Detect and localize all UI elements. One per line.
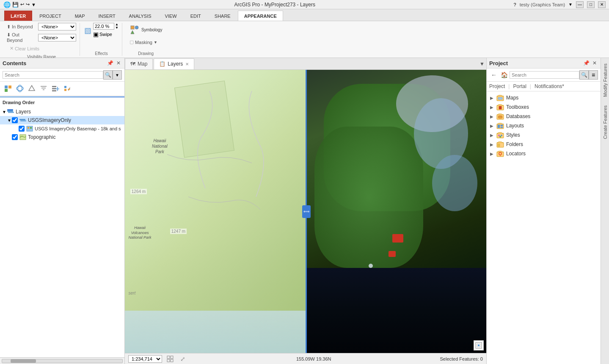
locators-expand-icon[interactable]: ▶ xyxy=(490,152,495,156)
effects-controls: ▧ ▲ ▼ ▣ Swipe xyxy=(84,23,118,38)
usgs-group-checkbox[interactable] xyxy=(12,117,18,123)
tab-layer[interactable]: LAYER xyxy=(4,11,32,21)
clear-limits-icon: ✕ xyxy=(10,46,14,51)
proj-item-folders[interactable]: ▶ Folders xyxy=(487,140,601,149)
map-overview-icon[interactable] xyxy=(474,340,484,350)
tab-map[interactable]: MAP xyxy=(69,11,91,21)
tab-project[interactable]: PROJECT xyxy=(33,11,67,21)
scroll-thumb[interactable] xyxy=(11,359,36,363)
list-by-source-btn[interactable] xyxy=(14,83,25,94)
toolboxes-expand-icon[interactable]: ▶ xyxy=(490,105,495,110)
map-tab-map[interactable]: 🗺 Map xyxy=(125,58,153,69)
usgs-group-expand[interactable]: ▼ xyxy=(7,117,12,124)
project-pin-btn[interactable]: 📌 xyxy=(583,60,590,66)
list-pencil-btn[interactable] xyxy=(62,83,73,94)
scroll-track[interactable] xyxy=(2,359,123,363)
map-tab-layers[interactable]: 📋 Layers ✕ xyxy=(154,58,194,69)
proj-item-layouts[interactable]: ▶ Layouts xyxy=(487,121,601,130)
project-close-btn[interactable]: ✕ xyxy=(591,60,598,66)
close-btn[interactable]: ✕ xyxy=(598,1,606,8)
proj-tab-project[interactable]: Project xyxy=(489,83,505,89)
tab-edit[interactable]: EDIT xyxy=(184,11,207,21)
tree-item-usgs-group[interactable]: ▼ USGSImageryOnly xyxy=(0,116,124,124)
tab-share[interactable]: SHARE xyxy=(208,11,237,21)
contents-pin-btn[interactable]: 📌 xyxy=(107,60,113,66)
opacity-input[interactable] xyxy=(93,23,114,30)
project-search-btn[interactable]: 🔍 xyxy=(579,70,589,80)
styles-expand-icon[interactable]: ▶ xyxy=(490,133,495,138)
side-tab-create-features[interactable]: Create Features xyxy=(601,102,609,143)
map-grid-btn[interactable] xyxy=(165,354,175,364)
maps-expand-icon[interactable]: ▶ xyxy=(490,96,495,100)
out-beyond-select[interactable]: <None> xyxy=(38,34,76,41)
tree-item-topographic[interactable]: Topographic xyxy=(0,133,124,141)
project-home-btn[interactable]: 🏠 xyxy=(499,70,509,80)
bottom-scroll[interactable] xyxy=(0,357,124,364)
map-arrows-btn[interactable]: ⤢ xyxy=(178,354,187,364)
masking-dropdown[interactable]: ▼ xyxy=(154,40,157,44)
swipe-divider[interactable]: ⟺ xyxy=(306,70,307,353)
usgs-sub-checkbox[interactable] xyxy=(19,126,25,132)
svg-rect-47 xyxy=(501,125,503,126)
proj-item-toolboxes[interactable]: ▶ Toolboxes xyxy=(487,102,601,112)
list-by-drawing-order-btn[interactable] xyxy=(3,83,14,94)
help-btn[interactable]: ? xyxy=(514,2,516,7)
maximize-btn[interactable]: □ xyxy=(587,1,595,8)
search-bar: 🔍 ▼ xyxy=(0,69,124,82)
locators-label: Locators xyxy=(506,151,526,157)
quick-access-redo[interactable]: ↪ xyxy=(26,2,30,7)
tab-appearance[interactable]: APPEARANCE xyxy=(238,11,283,21)
proj-item-maps[interactable]: ▶ Maps xyxy=(487,93,601,102)
opacity-down[interactable]: ▼ xyxy=(115,26,118,30)
project-back-btn[interactable]: ← xyxy=(489,70,499,80)
contents-search-btn[interactable]: 🔍 xyxy=(103,70,113,80)
folders-expand-icon[interactable]: ▶ xyxy=(490,142,495,147)
quick-access-undo[interactable]: ↩ xyxy=(20,2,24,7)
map-container[interactable]: HawaiiNationalPark HawaiiVolcanoesNation… xyxy=(125,70,486,353)
masking-btn[interactable]: ▢ Masking ▼ xyxy=(127,38,160,46)
databases-expand-icon[interactable]: ▶ xyxy=(490,114,495,119)
tree-item-layers[interactable]: ▼ Layers xyxy=(0,108,124,116)
clear-limits-btn[interactable]: ✕ Clear Limits xyxy=(7,44,42,52)
contents-search-input[interactable] xyxy=(3,71,103,79)
layouts-expand-icon[interactable]: ▶ xyxy=(490,124,495,128)
map-tab-layers-close[interactable]: ✕ xyxy=(185,62,189,66)
list-by-type-btn[interactable] xyxy=(26,83,37,94)
symbology-btn[interactable]: Symbology xyxy=(127,23,165,36)
proj-sep-1: | xyxy=(508,83,510,89)
list-plus-btn[interactable] xyxy=(50,83,61,94)
side-tab-modify-features[interactable]: Modify Features xyxy=(601,60,609,101)
proj-item-styles[interactable]: ▶ Styles xyxy=(487,130,601,140)
swipe-btn[interactable]: Swipe xyxy=(99,32,112,37)
folders-folder-icon xyxy=(496,141,504,148)
layers-expand[interactable]: ▼ xyxy=(2,108,7,115)
in-beyond-select[interactable]: <None> xyxy=(38,23,76,30)
user-dropdown[interactable]: ▼ xyxy=(568,2,573,7)
customize-btn[interactable]: ▼ xyxy=(31,2,36,7)
tree-item-usgs-sub[interactable]: USGS ImageryOnly Basemap - 18k and s xyxy=(0,124,124,133)
proj-tab-portal[interactable]: Portal xyxy=(513,83,526,89)
proj-tab-notifications[interactable]: Notifications* xyxy=(535,83,564,89)
tab-view[interactable]: VIEW xyxy=(159,11,183,21)
svg-rect-33 xyxy=(171,356,173,358)
percent-row: ▲ ▼ xyxy=(93,23,118,30)
project-panel: Project 📌 ✕ ← 🏠 🔍 ≡ Project | Portal | N… xyxy=(486,58,601,364)
tab-insert[interactable]: INSERT xyxy=(92,11,121,21)
list-filter-btn[interactable] xyxy=(38,83,49,94)
svg-rect-46 xyxy=(498,125,500,128)
contents-search-options[interactable]: ▼ xyxy=(113,70,122,80)
swipe-icon-area: ▧ xyxy=(84,26,91,35)
contents-close-btn[interactable]: ✕ xyxy=(115,60,122,66)
map-tab-dropdown[interactable]: ▼ xyxy=(479,61,486,67)
scale-select[interactable]: 1:234,714 xyxy=(128,355,162,363)
project-search-input[interactable] xyxy=(510,71,579,79)
tab-analysis[interactable]: ANALYSIS xyxy=(123,11,158,21)
proj-item-locators[interactable]: ▶ Locators xyxy=(487,149,601,158)
minimize-btn[interactable]: — xyxy=(576,1,584,8)
swipe-handle[interactable]: ⟺ xyxy=(302,205,311,218)
project-menu-btn[interactable]: ≡ xyxy=(589,70,598,80)
topo-checkbox[interactable] xyxy=(12,134,18,140)
quick-access-save[interactable]: 💾 xyxy=(12,2,19,8)
proj-item-databases[interactable]: ▶ Databases xyxy=(487,112,601,121)
swipe-icon: ▧ xyxy=(84,26,91,35)
